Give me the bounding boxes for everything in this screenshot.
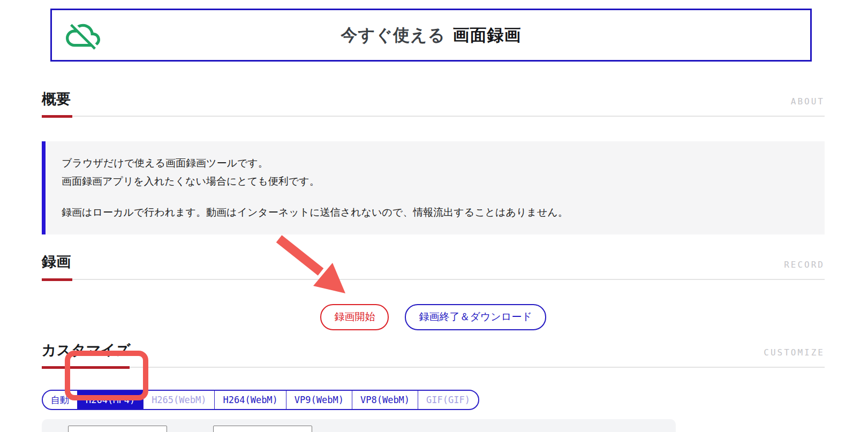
stop-and-download-button[interactable]: 録画終了＆ダウンロード <box>405 304 546 330</box>
screen-recorder-page: 今すぐ使える画面録画 概要 ABOUT ブラウザだけで使える画面録画ツールです。… <box>0 0 868 432</box>
record-heading: 録画 <box>42 252 71 271</box>
width-input[interactable] <box>68 426 167 432</box>
format-tab[interactable]: VP9(WebM) <box>286 391 352 409</box>
page-title-strong: 画面録画 <box>452 26 521 44</box>
format-tab[interactable]: GIF(GIF) <box>418 391 478 409</box>
format-tab[interactable]: H264(MP4) <box>78 391 144 409</box>
section-customize: カスタマイズ CUSTOMIZE <box>42 340 825 369</box>
format-tab[interactable]: H265(WebM) <box>144 391 215 409</box>
about-description-line: 画面録画アプリを入れたくない場合にとても便利です。 <box>62 172 809 191</box>
record-tag: RECORD <box>784 260 825 272</box>
page-title: 今すぐ使える画面録画 <box>341 24 522 47</box>
page-header: 今すぐ使える画面録画 <box>50 9 812 62</box>
customize-tag: CUSTOMIZE <box>764 347 825 360</box>
height-input[interactable] <box>213 426 312 432</box>
section-record: 録画 RECORD <box>42 252 825 281</box>
format-tabbar: 自動H264(MP4)H265(WebM)H264(WebM)VP9(WebM)… <box>42 390 479 410</box>
page-title-normal: 今すぐ使える <box>341 26 446 44</box>
format-tab[interactable]: VP8(WebM) <box>352 391 418 409</box>
about-tag: ABOUT <box>791 96 825 109</box>
about-description-line: 録画はローカルで行われます。動画はインターネットに送信されないので、情報流出する… <box>62 203 809 222</box>
customize-heading: カスタマイズ <box>42 340 131 360</box>
section-about: 概要 ABOUT <box>42 89 825 118</box>
format-tab[interactable]: H264(WebM) <box>215 391 286 409</box>
section-divider <box>42 278 825 281</box>
about-heading: 概要 <box>42 89 71 109</box>
about-description-line: ブラウザだけで使える画面録画ツールです。 <box>62 154 809 172</box>
start-recording-button[interactable]: 録画開始 <box>320 304 389 330</box>
size-settings-bar: 幅 高さ ※幅と高さは、録画ウィンドウにあわせて自動的に変更されることがあります <box>42 419 676 432</box>
about-description-box: ブラウザだけで使える画面録画ツールです。画面録画アプリを入れたくない場合にとても… <box>42 141 825 234</box>
about-description-line <box>62 191 809 203</box>
section-divider <box>42 115 825 118</box>
cloud-off-icon <box>64 18 102 52</box>
format-tab[interactable]: 自動 <box>43 391 78 409</box>
section-divider <box>42 366 825 369</box>
